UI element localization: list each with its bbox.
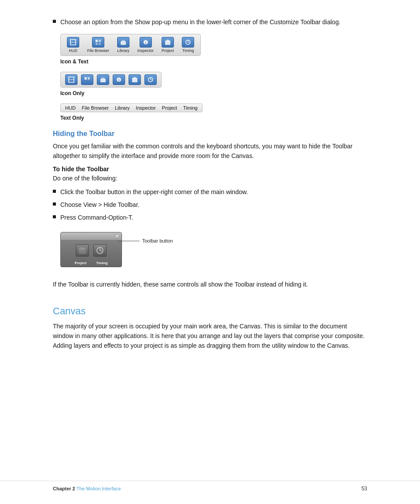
hud-text: HUD [65, 105, 76, 110]
timing-label: Timing [182, 48, 194, 53]
to-hide-label: To hide the Toolbar [53, 166, 367, 173]
svg-rect-7 [122, 40, 125, 42]
icon-text-toolbar-image: HUD File Browser Library i Inspector [60, 34, 367, 56]
toolbar-toggle-button [114, 234, 120, 239]
svg-rect-4 [96, 43, 98, 45]
timing-icon-only [144, 74, 157, 85]
callout-line [118, 241, 140, 241]
bullet-square-press [53, 215, 56, 218]
caption-text-only: Text Only [60, 115, 367, 121]
svg-rect-2 [96, 40, 98, 42]
canvas-body: The majority of your screen is occupied … [53, 321, 367, 351]
svg-rect-18 [88, 77, 90, 80]
footer-chapter: Chapter 2 [53, 486, 75, 491]
project-icon [162, 37, 174, 48]
footer-left: Chapter 2 The Motion Interface [53, 486, 121, 491]
bullet-square-choose-view [53, 202, 56, 206]
svg-line-32 [100, 250, 102, 251]
library-icon [117, 37, 129, 48]
svg-text:i: i [118, 78, 120, 82]
hud-icon [67, 37, 79, 48]
file-browser-label: File Browser [87, 48, 109, 53]
if-hidden-text: If the Toolbar is currently hidden, thes… [53, 280, 367, 289]
footer-title: The Motion Interface [77, 486, 121, 491]
caption-icon-text: Icon & Text [60, 59, 367, 65]
bullet-item-choose-view: Choose View > Hide Toolbar. [53, 200, 367, 210]
bullet-text-choose-view: Choose View > Hide Toolbar. [60, 200, 367, 210]
text-only-toolbar-image: HUD File Browser Library Inspector Proje… [60, 103, 367, 112]
bullet-item-press: Press Command-Option-T. [53, 213, 367, 222]
file-browser-icon-only [81, 74, 93, 85]
svg-rect-3 [99, 40, 101, 42]
library-icon-only [97, 74, 109, 85]
toolbar-text-only-sim: HUD File Browser Library Inspector Proje… [60, 103, 203, 112]
hiding-toolbar-body: Once you get familiar with the common co… [53, 141, 367, 161]
inspector-icon: i [140, 37, 152, 48]
page-footer: Chapter 2 The Motion Interface 53 [0, 481, 420, 492]
project-item: Project [162, 37, 174, 53]
file-browser-icon [92, 37, 104, 48]
file-browser-item: File Browser [87, 37, 109, 53]
footer-page-number: 53 [361, 486, 367, 492]
hud-icon-only [65, 74, 77, 85]
project-bottom-label: Project [74, 261, 86, 265]
timing-text: Timing [183, 105, 198, 110]
toolbar-bottom-labels: Project Timing [61, 261, 122, 267]
inspector-label: Inspector [137, 48, 154, 53]
toolbar-icon-text-sim: HUD File Browser Library i Inspector [60, 34, 201, 56]
toolbar-icons-row [61, 240, 122, 261]
toolbar-button-screenshot-container: Project Timing Toolbar button [60, 232, 122, 267]
timing-bottom-label: Timing [96, 261, 108, 265]
project-mini-icon [76, 244, 89, 257]
callout-container: Toolbar button [118, 238, 173, 243]
bullet-item-click: Click the Toolbar button in the upper-ri… [53, 188, 367, 197]
library-label: Library [117, 48, 129, 53]
svg-rect-17 [85, 77, 87, 80]
inspector-icon-only: i [113, 74, 125, 85]
canvas-heading: Canvas [53, 305, 367, 317]
callout-label: Toolbar button [142, 238, 173, 243]
project-icon-only [129, 74, 141, 85]
timing-mini-icon [93, 244, 107, 257]
bullet-square-click [53, 190, 56, 193]
svg-rect-5 [99, 43, 101, 45]
project-text: Project [162, 105, 177, 110]
project-label: Project [162, 48, 174, 53]
toolbar-title-bar [61, 232, 122, 240]
svg-rect-24 [133, 77, 136, 79]
bullet-text-choose: Choose an option from the Show pop-up me… [60, 18, 367, 27]
svg-text:i: i [145, 40, 146, 45]
bullet-square [53, 20, 56, 23]
bullet-item-choose: Choose an option from the Show pop-up me… [53, 18, 367, 27]
do-one-label: Do one of the following: [53, 173, 367, 183]
library-item: Library [117, 37, 129, 53]
svg-line-27 [151, 80, 152, 80]
toolbar-icon-only-sim: i [60, 72, 162, 88]
icon-only-toolbar-image: i [60, 72, 367, 88]
svg-rect-20 [101, 77, 105, 80]
library-text: Library [115, 105, 130, 110]
bullet-text-press: Press Command-Option-T. [60, 213, 367, 222]
toolbar-button-sim: Project Timing [60, 232, 122, 267]
caption-icon-only: Icon Only [60, 90, 367, 96]
inspector-item: i Inspector [137, 37, 154, 53]
svg-rect-11 [166, 40, 169, 41]
file-browser-text: File Browser [82, 105, 109, 110]
inspector-text: Inspector [136, 105, 156, 110]
svg-line-14 [188, 42, 189, 43]
hud-label: HUD [69, 48, 77, 53]
hiding-toolbar-heading: Hiding the Toolbar [53, 130, 367, 138]
svg-rect-29 [80, 247, 85, 249]
timing-item: Timing [182, 37, 194, 53]
hud-item: HUD [67, 37, 79, 53]
timing-icon [182, 37, 194, 48]
bullet-text-click: Click the Toolbar button in the upper-ri… [60, 188, 367, 197]
